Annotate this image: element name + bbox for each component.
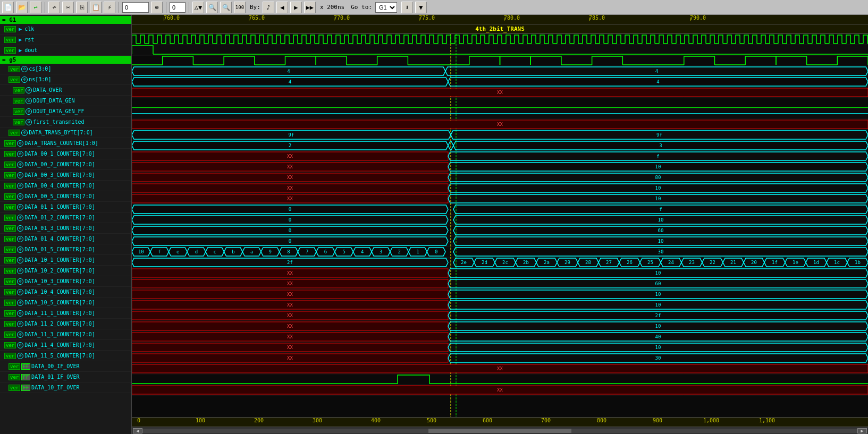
copy-button[interactable]: ⎘ (76, 2, 88, 13)
waves-container[interactable] (132, 34, 868, 417)
signal-row-d014[interactable]: ver ⊘ DATA_01_4_COUNTER[7:0] (0, 234, 131, 244)
zoom-out-button[interactable]: 🔍 (220, 2, 232, 13)
signal-row-clk[interactable]: ver ▶ clk (0, 24, 131, 35)
open-button[interactable]: 📂 (16, 2, 28, 13)
circle-icon-d112: ⊘ (17, 321, 23, 327)
cursor-pos-input[interactable] (170, 2, 186, 13)
bt-400: 400 (371, 418, 381, 423)
wave-canvas[interactable] (132, 34, 868, 417)
arrow-icon-clk: ▶ (17, 26, 23, 32)
signal-row-cs[interactable]: ver ⊘ cs[3:0] (0, 64, 131, 74)
signal-row-dout-gen[interactable]: ver ⊘ DOUT_DATA_GEN (0, 96, 131, 106)
signal-row-d012[interactable]: ver ⊘ DATA_01_2_COUNTER[7:0] (0, 212, 131, 223)
signal-row-dout[interactable]: ver ▶ dout (0, 45, 131, 56)
scroll-track[interactable] (142, 429, 857, 433)
sep3 (166, 2, 166, 13)
new-button[interactable]: 📄 (2, 2, 14, 13)
ver-badge-d102: ver (4, 268, 16, 274)
snap-button[interactable]: ⊕ (151, 2, 163, 13)
ver-badge-dout-gen-ff: ver (13, 108, 24, 115)
zoom-100-button[interactable]: 100 (234, 2, 246, 13)
signal-row-d103[interactable]: ver ⊘ DATA_10_3_COUNTER[7:0] (0, 276, 131, 287)
play-button[interactable]: ▶ (290, 2, 302, 13)
circle-icon-d104: ⊘ (17, 289, 23, 295)
ver-badge-d014: ver (4, 236, 16, 242)
signal-name-trans-counter: DATA_TRANS_COUNTER[1:0] (24, 140, 98, 146)
goto-select[interactable]: G1 G2 (375, 2, 397, 13)
signal-row-d101[interactable]: ver ⊘ DATA_10_1_COUNTER[7:0] (0, 255, 131, 266)
time-760: 760.0 (164, 15, 180, 21)
signal-row-d011[interactable]: ver ⊘ DATA_01_1_COUNTER[7:0] (0, 202, 131, 212)
signal-row-d114[interactable]: ver ⊘ DATA_11_4_COUNTER[7:0] (0, 340, 131, 351)
signal-row-trans-byte[interactable]: ver ⊘ DATA_TRANS_BYTE[7:0] (0, 127, 131, 138)
circle-icon-ns: ⊘ (21, 76, 28, 83)
next-button[interactable]: ▶▶ (304, 2, 316, 13)
download-button[interactable]: ⬇ (401, 2, 413, 13)
time-input[interactable] (122, 2, 149, 13)
signal-name-d003: DATA_00_3_COUNTER[7:0] (24, 172, 95, 178)
h-scrollbar[interactable]: ◀ ▶ (132, 427, 868, 434)
ver-badge-d103: ver (4, 278, 16, 285)
signal-row-d104[interactable]: ver ⊘ DATA_10_4_COUNTER[7:0] (0, 287, 131, 297)
signal-row-d10if[interactable]: ver FF DATA_10_IF_OVER (0, 382, 131, 393)
signal-row-d113[interactable]: ver ⊘ DATA_11_3_COUNTER[7:0] (0, 329, 131, 340)
sep4 (189, 2, 189, 13)
ver-badge-d00if: ver (9, 363, 20, 370)
signal-row-d105[interactable]: ver ⊘ DATA_10_5_COUNTER[7:0] (0, 297, 131, 308)
zoom-fit-button[interactable]: △▼ (192, 2, 204, 13)
signal-row-data-over[interactable]: ver ⊘ DATA_OVER (0, 85, 131, 96)
scroll-right[interactable]: ▶ (857, 428, 867, 433)
signal-row-d013[interactable]: ver ⊘ DATA_01_3_COUNTER[7:0] (0, 223, 131, 234)
signal-row-d005[interactable]: ver ⊘ DATA_00_5_COUNTER[7:0] (0, 191, 131, 202)
signal-row-d015[interactable]: ver ⊘ DATA_01_5_COUNTER[7:0] (0, 244, 131, 255)
undo-button[interactable]: ↶ (48, 2, 60, 13)
signal-row-ns[interactable]: ver ⊘ ns[3:0] (0, 74, 131, 85)
circle-icon-d115: ⊘ (17, 353, 23, 359)
extra-button[interactable]: ⚡ (104, 2, 115, 13)
save-button[interactable]: ↩ (30, 2, 41, 13)
signal-name-d114: DATA_11_4_COUNTER[7:0] (24, 342, 95, 348)
signal-row-d00if[interactable]: ver FF DATA_00_IF_OVER (0, 361, 131, 372)
signal-row-d004[interactable]: ver ⊘ DATA_00_4_COUNTER[7:0] (0, 181, 131, 191)
circle-icon-cs: ⊘ (21, 66, 28, 72)
signal-row-d115[interactable]: ver ⊘ DATA_11_5_COUNTER[7:0] (0, 351, 131, 361)
ff-icon-d10if: FF (21, 385, 30, 391)
signal-row-d001[interactable]: ver ⊘ DATA_00_1_COUNTER[7:0] (0, 149, 131, 159)
signal-row-first-trans[interactable]: ver ⊘ first_transmited (0, 117, 131, 127)
zoom-in-button[interactable]: 🔍 (206, 2, 218, 13)
scroll-left[interactable]: ◀ (133, 428, 142, 433)
prev-button[interactable]: ◀ (276, 2, 288, 13)
ver-badge-trans-byte: ver (9, 130, 20, 136)
signal-row-d003[interactable]: ver ⊘ DATA_00_3_COUNTER[7:0] (0, 170, 131, 181)
signal-name-d10if: DATA_10_IF_OVER (31, 385, 79, 390)
bt-200: 200 (254, 418, 264, 423)
group-g5-label[interactable]: = g5 (0, 56, 131, 64)
signal-row-d112[interactable]: ver ⊘ DATA_11_2_COUNTER[7:0] (0, 319, 131, 329)
bt-1000: 1,000 (703, 418, 719, 423)
signal-row-d102[interactable]: ver ⊘ DATA_10_2_COUNTER[7:0] (0, 266, 131, 276)
bt-0: 0 (137, 418, 140, 423)
download-arrow[interactable]: ▼ (415, 2, 427, 13)
signal-row-dout-gen-ff[interactable]: ver ⊘ DOUT_DATA_GEN_FF (0, 106, 131, 117)
signal-row-trans-counter[interactable]: ver ⊘ DATA_TRANS_COUNTER[1:0] (0, 138, 131, 149)
bt-1100: 1,100 (759, 418, 775, 423)
time-780: 780.0 (504, 15, 520, 21)
cut-button[interactable]: ✂ (62, 2, 74, 13)
group-g1-label[interactable]: = G1 (0, 16, 131, 24)
signal-row-d002[interactable]: ver ⊘ DATA_00_2_COUNTER[7:0] (0, 159, 131, 170)
signal-row-d111[interactable]: ver ⊘ DATA_11_1_COUNTER[7:0] (0, 308, 131, 319)
ff-icon-d00if: FF (21, 363, 30, 370)
signal-name-d115: DATA_11_5_COUNTER[7:0] (24, 353, 95, 359)
signal-name-d104: DATA_10_4_COUNTER[7:0] (24, 289, 95, 295)
signal-row-d01if[interactable]: ver FF DATA_01_IF_OVER (0, 372, 131, 382)
signal-name-d001: DATA_00_1_COUNTER[7:0] (24, 151, 95, 157)
ver-badge-d012: ver (4, 215, 16, 221)
bottom-ruler[interactable]: 0 100 200 300 400 500 600 700 800 900 1,… (132, 417, 868, 427)
time-ruler[interactable]: 760.0 765.0 770.0 775.0 780.0 785.0 790.… (132, 15, 868, 24)
signal-row-rst[interactable]: ver ▶ rst (0, 35, 131, 45)
paste-button[interactable]: 📋 (90, 2, 102, 13)
signal-name-d111: DATA_11_1_COUNTER[7:0] (24, 310, 95, 316)
scroll-thumb[interactable] (428, 429, 571, 433)
wave-btn1[interactable]: ♪ (263, 2, 274, 13)
circle-icon-d001: ⊘ (17, 151, 23, 157)
